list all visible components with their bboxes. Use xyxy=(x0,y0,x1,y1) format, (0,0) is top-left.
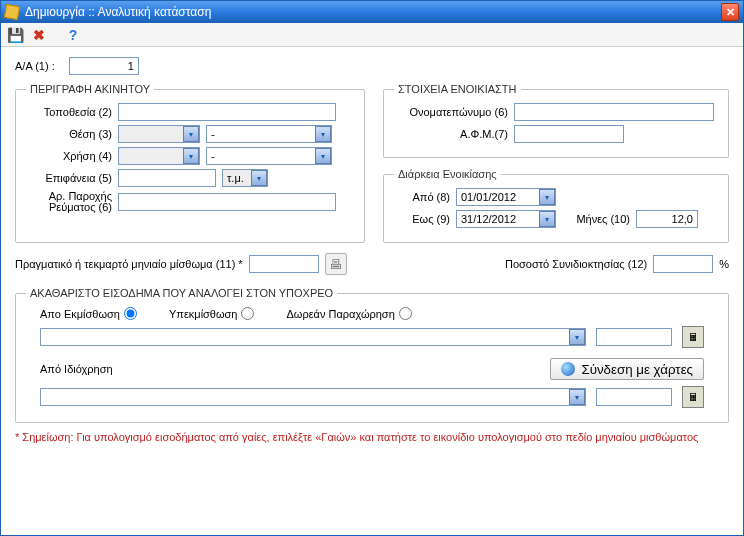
afm-label: Α.Φ.Μ.(7) xyxy=(394,128,514,140)
tenant-fieldset: ΣΤΟΙΧΕΙΑ ΕΝΟΙΚΙΑΣΤΗ Ονοματεπώνυμο (6) Α.… xyxy=(383,83,729,158)
opt-lease[interactable]: Απο Εκμίσθωση xyxy=(40,307,137,320)
months-label: Μήνες (10) xyxy=(556,213,636,225)
cancel-button[interactable]: ✖ xyxy=(29,25,49,45)
income-amount-2[interactable] xyxy=(596,388,672,406)
location-input[interactable] xyxy=(118,103,336,121)
close-button[interactable]: ✕ xyxy=(721,3,739,21)
use-code-dropdown[interactable] xyxy=(118,147,200,165)
property-description-fieldset: ΠΕΡΙΓΡΑΦΗ ΑΚΙΝΗΤΟΥ Τοποθεσία (2) Θέση (3… xyxy=(15,83,365,243)
chevron-down-icon xyxy=(315,126,331,142)
chevron-down-icon xyxy=(569,389,585,405)
duration-fieldset: Διάρκεια Ενοικίασης Από (8) 01/01/2012 Ε… xyxy=(383,168,729,243)
income-type-dropdown-1[interactable] xyxy=(40,328,586,346)
app-icon xyxy=(4,4,20,20)
calculator-icon: 🖩 xyxy=(688,331,699,343)
to-label: Εως (9) xyxy=(394,213,456,225)
position-desc-value: - xyxy=(207,128,315,140)
months-input[interactable] xyxy=(636,210,698,228)
ownership-label: Ποσοστό Συνιδιοκτησίας (12) xyxy=(505,258,647,270)
position-label: Θέση (3) xyxy=(26,128,118,140)
save-button[interactable]: 💾 xyxy=(5,25,25,45)
to-date-value: 31/12/2012 xyxy=(457,213,539,225)
income-type-dropdown-2[interactable] xyxy=(40,388,586,406)
chevron-down-icon xyxy=(569,329,585,345)
aa-label: Α/Α (1) : xyxy=(15,60,61,72)
rent-calc-button[interactable]: 🖶 xyxy=(325,253,347,275)
chevron-down-icon xyxy=(183,126,199,142)
afm-input[interactable] xyxy=(514,125,624,143)
gross-income-fieldset: ΑΚΑΘΑΡΙΣΤΟ ΕΙΣΟΔΗΜΑ ΠΟΥ ΑΝΑΛΟΓΕΙ ΣΤΟΝ ΥΠ… xyxy=(15,287,729,423)
from-date-input[interactable]: 01/01/2012 xyxy=(456,188,556,206)
rent-input[interactable] xyxy=(249,255,319,273)
power-label-2: Ρεύματος (6) xyxy=(26,202,112,213)
from-date-value: 01/01/2012 xyxy=(457,191,539,203)
power-input[interactable] xyxy=(118,193,336,211)
duration-legend: Διάρκεια Ενοικίασης xyxy=(394,168,501,180)
tenant-legend: ΣΤΟΙΧΕΙΑ ΕΝΟΙΚΙΑΣΤΗ xyxy=(394,83,521,95)
rent-label: Πραγματικό ή τεκμαρτό μηνιαίο μίσθωμα (1… xyxy=(15,258,243,270)
footnote: * Σημείωση: Για υπολογισμό εισοδήματος α… xyxy=(15,431,729,443)
titlebar: Δημιουργία :: Αναλυτική κατάσταση ✕ xyxy=(1,1,743,23)
ownership-input[interactable] xyxy=(653,255,713,273)
window: Δημιουργία :: Αναλυτική κατάσταση ✕ 💾 ✖ … xyxy=(0,0,744,536)
use-desc-value: - xyxy=(207,150,315,162)
calc-button-1[interactable]: 🖩 xyxy=(682,326,704,348)
area-unit-value: τ.μ. xyxy=(227,172,244,184)
fullname-input[interactable] xyxy=(514,103,714,121)
position-desc-dropdown[interactable]: - xyxy=(206,125,332,143)
property-description-legend: ΠΕΡΙΓΡΑΦΗ ΑΚΙΝΗΤΟΥ xyxy=(26,83,154,95)
printer-icon: 🖶 xyxy=(329,257,342,272)
ownership-unit: % xyxy=(719,258,729,270)
area-input[interactable] xyxy=(118,169,216,187)
chevron-down-icon xyxy=(539,211,555,227)
to-date-input[interactable]: 31/12/2012 xyxy=(456,210,556,228)
location-label: Τοποθεσία (2) xyxy=(26,106,118,118)
position-code-dropdown[interactable] xyxy=(118,125,200,143)
use-label: Χρήση (4) xyxy=(26,150,118,162)
chevron-down-icon xyxy=(315,148,331,164)
aa-input[interactable] xyxy=(69,57,139,75)
gross-income-legend: ΑΚΑΘΑΡΙΣΤΟ ΕΙΣΟΔΗΜΑ ΠΟΥ ΑΝΑΛΟΓΕΙ ΣΤΟΝ ΥΠ… xyxy=(26,287,337,299)
help-button[interactable]: ? xyxy=(63,25,83,45)
area-label: Επιφάνεια (5) xyxy=(26,172,118,184)
content: Α/Α (1) : ΠΕΡΙΓΡΑΦΗ ΑΚΙΝΗΤΟΥ Τοποθεσία (… xyxy=(1,47,743,535)
income-amount-1[interactable] xyxy=(596,328,672,346)
globe-icon xyxy=(561,362,575,376)
toolbar: 💾 ✖ ? xyxy=(1,23,743,47)
opt-ownuse-label: Από Ιδιόχρηση xyxy=(40,363,113,375)
area-unit-dropdown[interactable]: τ.μ. xyxy=(222,169,268,187)
window-title: Δημιουργία :: Αναλυτική κατάσταση xyxy=(25,5,211,19)
use-desc-dropdown[interactable]: - xyxy=(206,147,332,165)
calc-button-2[interactable]: 🖩 xyxy=(682,386,704,408)
from-label: Από (8) xyxy=(394,191,456,203)
maps-link-button[interactable]: Σύνδεση με χάρτες xyxy=(550,358,704,380)
chevron-down-icon xyxy=(539,189,555,205)
chevron-down-icon xyxy=(183,148,199,164)
opt-sublease[interactable]: Υπεκμίσθωση xyxy=(169,307,255,320)
calculator-icon: 🖩 xyxy=(688,391,699,403)
fullname-label: Ονοματεπώνυμο (6) xyxy=(394,106,514,118)
opt-free[interactable]: Δωρεάν Παραχώρηση xyxy=(286,307,411,320)
chevron-down-icon xyxy=(251,170,267,186)
